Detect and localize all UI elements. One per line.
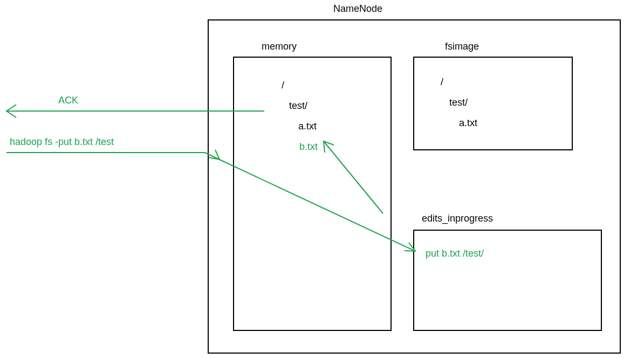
memory-file-b: b.txt (299, 141, 318, 153)
edits-label: edits_inprogress (422, 213, 493, 224)
diagram-canvas: NameNode memory / test/ a.txt b.txt fsim… (0, 0, 644, 359)
fsimage-file-a: a.txt (459, 118, 477, 129)
memory-file-a: a.txt (298, 121, 317, 132)
fsimage-label: fsimage (445, 41, 479, 52)
fsimage-root: / (441, 77, 443, 88)
namenode-title: NameNode (333, 3, 382, 15)
edits-entry: put b.txt /test/ (426, 248, 484, 259)
memory-label: memory (262, 41, 297, 52)
cmd-label: hadoop fs -put b.txt /test (10, 136, 114, 148)
memory-dir: test/ (289, 100, 307, 112)
fsimage-box (413, 57, 573, 150)
edits-box (413, 230, 602, 331)
memory-box (233, 57, 392, 331)
fsimage-dir: test/ (449, 97, 468, 108)
memory-root: / (282, 80, 284, 91)
ack-label: ACK (58, 95, 78, 106)
ack-arrow-head (6, 105, 16, 118)
